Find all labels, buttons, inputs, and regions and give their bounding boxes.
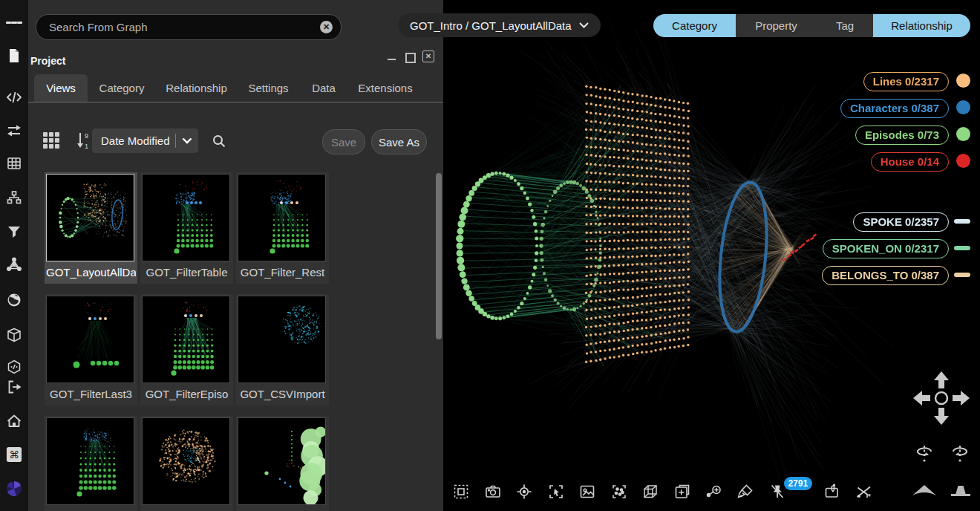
view-label bbox=[46, 505, 136, 511]
file-icon[interactable] bbox=[6, 48, 22, 64]
grid-view-icon[interactable] bbox=[43, 132, 61, 150]
region-select-icon[interactable] bbox=[450, 481, 472, 503]
svg-text:9: 9 bbox=[85, 132, 88, 140]
view-thumbnail bbox=[142, 296, 230, 383]
pan-down-icon bbox=[934, 408, 949, 425]
tab-tag-mode[interactable]: Tag bbox=[817, 14, 873, 37]
view-card-got-csvimport[interactable]: GOT_CSVImport bbox=[236, 294, 329, 406]
project-tabs: Views Category Relationship Settings Dat… bbox=[34, 74, 423, 102]
views-grid: GOT_LayoutAllData GOT_FilterTable GOT_Fi… bbox=[45, 172, 326, 511]
tab-category-mode[interactable]: Category bbox=[653, 14, 736, 37]
chevron-down-icon bbox=[579, 22, 589, 28]
view-card-got-filterlast3[interactable]: GOT_FilterLast3 bbox=[45, 294, 137, 406]
network-graph-icon[interactable] bbox=[6, 256, 22, 273]
image-icon[interactable] bbox=[576, 481, 598, 503]
search-input[interactable] bbox=[36, 21, 320, 33]
tab-relationship[interactable]: Relationship bbox=[156, 74, 237, 102]
minimize-icon[interactable] bbox=[387, 51, 397, 62]
tab-relationship-mode[interactable]: Relationship bbox=[873, 14, 970, 37]
view-card[interactable] bbox=[140, 416, 233, 511]
view-card[interactable] bbox=[236, 416, 329, 511]
cube-perspective-icon[interactable] bbox=[639, 481, 662, 503]
tab-data[interactable]: Data bbox=[300, 74, 347, 102]
panel-title: Project bbox=[30, 55, 65, 67]
hexagon-api-icon[interactable] bbox=[6, 359, 22, 375]
sort-field-dropdown[interactable]: Date Modified bbox=[92, 128, 198, 153]
view-label bbox=[142, 505, 232, 511]
view-label: GOT_FilterTable bbox=[142, 261, 232, 284]
command-icon[interactable]: ⌘ bbox=[6, 446, 22, 463]
view-card-got-filterepiso[interactable]: GOT_FilterEpiso bbox=[140, 294, 233, 406]
tilt-up-icon[interactable] bbox=[947, 483, 974, 498]
category-dot-episodes[interactable] bbox=[956, 127, 970, 141]
maximize-icon[interactable] bbox=[405, 51, 415, 62]
view-thumbnail bbox=[46, 174, 134, 261]
globe-icon[interactable] bbox=[6, 292, 22, 308]
notes-board-icon[interactable] bbox=[821, 481, 843, 503]
screenshot-icon[interactable] bbox=[482, 481, 504, 503]
app-window: ⌘ ✕ ✕ Project Views Category Relationshi… bbox=[0, 0, 980, 511]
search-views-icon[interactable] bbox=[212, 134, 226, 152]
add-slide-icon[interactable] bbox=[671, 481, 693, 503]
home-icon[interactable] bbox=[6, 413, 22, 429]
hierarchy-icon[interactable] bbox=[6, 189, 22, 206]
category-badge-characters[interactable]: Characters 0/387 bbox=[840, 99, 949, 118]
category-dot-house[interactable] bbox=[956, 154, 970, 168]
relationship-badge-belongs-to[interactable]: BELONGS_TO 0/387 bbox=[822, 266, 949, 285]
scatter-select-icon[interactable] bbox=[608, 481, 630, 503]
select-transform-icon[interactable] bbox=[545, 481, 567, 503]
swap-arrows-icon[interactable] bbox=[6, 123, 22, 139]
current-view-selector[interactable]: GOT_Intro / GOT_LayoutAllData bbox=[398, 13, 601, 37]
sign-out-icon[interactable] bbox=[6, 379, 22, 395]
category-badge-lines[interactable]: Lines 0/2317 bbox=[863, 72, 949, 91]
view-thumbnail bbox=[238, 417, 326, 505]
category-badge-episodes[interactable]: Episodes 0/73 bbox=[855, 126, 949, 145]
relationship-dash-spoke[interactable] bbox=[954, 219, 970, 224]
view-card-got-layoutalldata[interactable]: GOT_LayoutAllData bbox=[45, 172, 137, 284]
code-icon[interactable] bbox=[6, 89, 22, 105]
relationship-dash-spoken-on[interactable] bbox=[954, 246, 970, 250]
app-logo-icon[interactable] bbox=[6, 481, 22, 497]
view-card[interactable] bbox=[45, 416, 137, 511]
category-badge-house[interactable]: House 0/14 bbox=[871, 152, 949, 172]
category-dot-characters[interactable] bbox=[956, 100, 970, 114]
tab-divider bbox=[28, 102, 443, 102]
view-thumbnail bbox=[238, 174, 326, 261]
tilt-down-icon[interactable] bbox=[911, 483, 938, 498]
view-card-got-filtertable[interactable]: GOT_FilterTable bbox=[140, 172, 233, 284]
tab-category[interactable]: Category bbox=[88, 74, 156, 102]
relationship-dash-belongs-to[interactable] bbox=[954, 273, 970, 277]
center-focus-icon[interactable] bbox=[513, 481, 535, 503]
menu-icon[interactable] bbox=[6, 14, 22, 30]
view-card-got-filter-rest[interactable]: GOT_Filter_Rest bbox=[236, 172, 329, 284]
tab-settings[interactable]: Settings bbox=[237, 74, 300, 102]
current-view-title: GOT_Intro / GOT_LayoutAllData bbox=[410, 19, 572, 32]
view-label: GOT_FilterEpiso bbox=[142, 383, 232, 406]
sort-descending-icon[interactable]: 91 bbox=[75, 131, 91, 153]
cube-3d-icon[interactable] bbox=[6, 327, 22, 343]
rotate-right-icon[interactable] bbox=[949, 443, 971, 465]
category-dot-lines[interactable] bbox=[956, 74, 970, 88]
rotate-left-icon[interactable] bbox=[913, 443, 935, 465]
pinned-count-badge[interactable]: 2791 bbox=[784, 477, 812, 490]
pan-right-icon bbox=[953, 391, 970, 406]
data-table-icon[interactable] bbox=[6, 155, 22, 172]
pan-dpad[interactable] bbox=[912, 370, 971, 429]
graph-search: ✕ bbox=[36, 14, 342, 40]
relationship-badge-spoke[interactable]: SPOKE 0/2357 bbox=[853, 212, 949, 232]
tab-property-mode[interactable]: Property bbox=[736, 14, 817, 37]
add-node-icon[interactable] bbox=[702, 481, 725, 503]
clean-brush-icon[interactable] bbox=[734, 481, 757, 503]
tab-extensions[interactable]: Extensions bbox=[347, 74, 423, 102]
clear-search-icon[interactable]: ✕ bbox=[320, 21, 333, 33]
save-as-button[interactable]: Save As bbox=[371, 129, 427, 154]
view-thumbnail bbox=[142, 174, 230, 261]
save-button[interactable]: Save bbox=[322, 129, 365, 154]
tab-views[interactable]: Views bbox=[34, 74, 88, 102]
relationship-badge-spoken-on[interactable]: SPOKEN_ON 0/2317 bbox=[823, 239, 949, 258]
close-icon[interactable]: ✕ bbox=[422, 51, 434, 62]
panel-scrollbar[interactable] bbox=[436, 173, 442, 339]
filter-icon[interactable] bbox=[6, 224, 22, 240]
edge-curve-icon[interactable] bbox=[852, 481, 875, 503]
view-label: GOT_LayoutAllData bbox=[46, 261, 136, 284]
